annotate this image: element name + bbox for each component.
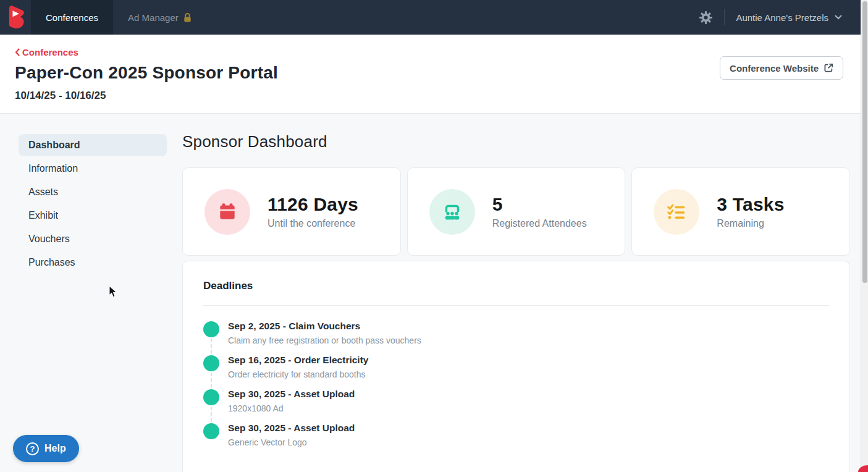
content-area: Dashboard Information Assets Exhibit Vou… xyxy=(0,114,868,472)
deadline-title: Sep 30, 2025 - Asset Upload xyxy=(228,389,829,400)
org-name: Auntie Anne's Pretzels xyxy=(736,12,828,23)
tab-conferences[interactable]: Conferences xyxy=(31,0,113,35)
sidebar-item-label: Exhibit xyxy=(28,210,58,221)
settings-gear-icon[interactable] xyxy=(699,11,713,25)
org-switcher-dropdown[interactable]: Auntie Anne's Pretzels xyxy=(736,12,842,23)
deadline-description: Generic Vector Logo xyxy=(228,437,829,447)
stat-text: 5 Registered Attendees xyxy=(492,194,587,229)
tab-ad-manager-label: Ad Manager xyxy=(128,12,179,23)
tab-conferences-label: Conferences xyxy=(46,12,98,23)
stat-text: 3 Tasks Remaining xyxy=(717,194,784,229)
sidebar-item-purchases[interactable]: Purchases xyxy=(19,251,167,274)
sidebar-item-label: Assets xyxy=(28,187,58,197)
sidebar-item-vouchers[interactable]: Vouchers xyxy=(19,228,167,250)
question-mark-icon: ? xyxy=(26,442,39,455)
sidebar-nav: Dashboard Information Assets Exhibit Vou… xyxy=(0,114,173,275)
deadlines-card: Deadlines Sep 2, 2025 - Claim Vouchers C… xyxy=(182,261,850,472)
stat-label: Remaining xyxy=(717,218,784,229)
sidebar-item-label: Dashboard xyxy=(28,140,80,150)
deadlines-title: Deadlines xyxy=(203,280,829,292)
main-panel: Sponsor Dashboard 1126 Days Until the c xyxy=(173,114,868,472)
sidebar-item-information[interactable]: Information xyxy=(19,158,167,180)
conference-dates: 10/14/25 - 10/16/25 xyxy=(15,90,853,102)
breadcrumb[interactable]: Conferences xyxy=(15,47,78,57)
sidebar-item-dashboard[interactable]: Dashboard xyxy=(19,134,167,156)
sidebar-item-label: Information xyxy=(28,163,78,174)
deadline-item: Sep 30, 2025 - Asset Upload Generic Vect… xyxy=(203,423,829,457)
stat-cards-row: 1126 Days Until the conference xyxy=(182,167,850,256)
stat-label: Until the conference xyxy=(268,218,358,229)
breadcrumb-label: Conferences xyxy=(22,47,78,57)
deadlines-divider xyxy=(203,305,829,306)
stat-card-tasks: 3 Tasks Remaining xyxy=(631,167,850,256)
stat-value: 1126 Days xyxy=(268,194,358,215)
deadline-bullet-icon xyxy=(203,321,219,337)
deadline-title: Sep 16, 2025 - Order Electricity xyxy=(228,355,829,366)
deadline-bullet-icon xyxy=(203,355,219,371)
deadline-title: Sep 30, 2025 - Asset Upload xyxy=(228,423,829,434)
deadline-description: 1920x1080 Ad xyxy=(228,403,829,413)
sidebar-item-label: Purchases xyxy=(28,257,75,268)
calendar-icon xyxy=(204,189,250,235)
sidebar-item-exhibit[interactable]: Exhibit xyxy=(19,204,167,227)
help-button-label: Help xyxy=(44,443,66,454)
navbar-divider xyxy=(724,9,725,25)
deadline-description: Claim any free registration or booth pas… xyxy=(228,335,829,345)
help-button[interactable]: ? Help xyxy=(13,435,79,462)
chevron-down-icon xyxy=(835,15,842,20)
brand-logo-icon[interactable] xyxy=(0,0,31,35)
conference-website-button[interactable]: Conference Website xyxy=(720,56,843,80)
lock-icon xyxy=(183,12,192,23)
deadline-title: Sep 2, 2025 - Claim Vouchers xyxy=(228,321,829,332)
sidebar-item-assets[interactable]: Assets xyxy=(19,181,167,203)
top-navbar: Conferences Ad Manager xyxy=(0,0,868,35)
external-link-icon xyxy=(824,63,833,73)
navbar-right-group: Auntie Anne's Pretzels xyxy=(699,0,842,35)
page-header: Conferences Paper-Con 2025 Sponsor Porta… xyxy=(0,35,868,114)
deadline-bullet-icon xyxy=(203,389,219,405)
dashboard-title: Sponsor Dashboard xyxy=(182,132,850,151)
tab-ad-manager[interactable]: Ad Manager xyxy=(113,0,207,35)
stat-label: Registered Attendees xyxy=(492,218,587,229)
stat-card-attendees: 5 Registered Attendees xyxy=(407,167,626,256)
deadline-item: Sep 2, 2025 - Claim Vouchers Claim any f… xyxy=(203,321,829,355)
stat-value: 3 Tasks xyxy=(717,194,784,215)
stat-value: 5 xyxy=(492,194,587,215)
attendees-icon xyxy=(429,189,475,235)
sidebar-item-label: Vouchers xyxy=(28,234,70,244)
deadlines-timeline: Sep 2, 2025 - Claim Vouchers Claim any f… xyxy=(203,321,829,457)
chevron-left-icon xyxy=(15,48,20,56)
deadline-item: Sep 16, 2025 - Order Electricity Order e… xyxy=(203,355,829,389)
sponsor-portal-page: Conferences Ad Manager xyxy=(0,0,868,472)
scrollbar-thumb[interactable] xyxy=(862,1,867,283)
checklist-icon xyxy=(654,189,699,235)
deadline-description: Order electricity for standard booths xyxy=(228,369,829,379)
stat-text: 1126 Days Until the conference xyxy=(268,194,358,229)
deadline-bullet-icon xyxy=(203,423,219,439)
deadline-item: Sep 30, 2025 - Asset Upload 1920x1080 Ad xyxy=(203,389,829,423)
vertical-scrollbar[interactable] xyxy=(861,0,868,472)
conference-website-label: Conference Website xyxy=(730,63,819,74)
stat-card-days: 1126 Days Until the conference xyxy=(182,167,401,256)
